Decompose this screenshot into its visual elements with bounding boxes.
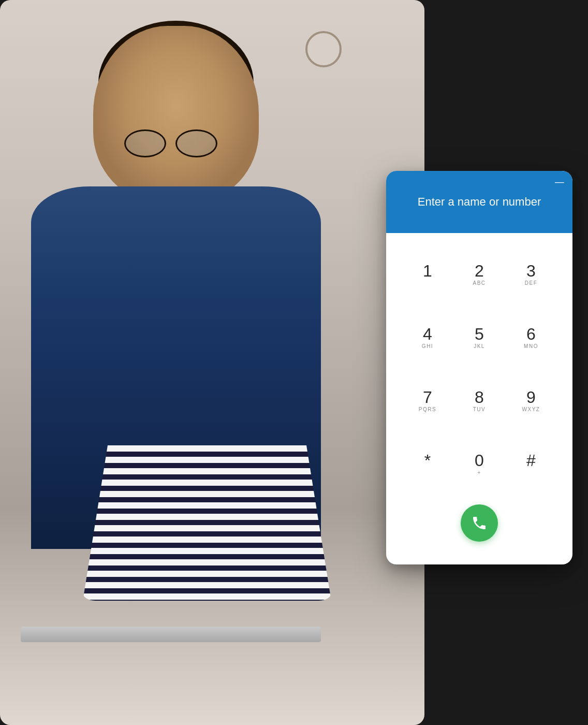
dial-key-0[interactable]: 0 + — [453, 433, 505, 496]
scene: — Enter a name or number 1 2 ABC 3 DEF — [0, 0, 588, 725]
dial-key-2[interactable]: 2 ABC — [453, 243, 505, 307]
call-button[interactable] — [461, 504, 498, 542]
laptop — [21, 627, 321, 642]
dial-key-8[interactable]: 8 TUV — [453, 370, 505, 433]
dial-key-9[interactable]: 9 WXYZ — [505, 370, 557, 433]
phone-icon — [471, 515, 488, 531]
dial-key-4[interactable]: 4 GHI — [402, 307, 453, 370]
dialpad-grid: 1 2 ABC 3 DEF 4 GHI 5 JKL — [402, 243, 557, 496]
dial-key-1[interactable]: 1 — [402, 243, 453, 307]
minimize-button[interactable]: — — [555, 177, 564, 186]
dialer-title: Enter a name or number — [407, 195, 551, 210]
background-photo — [0, 0, 424, 725]
dial-key-star[interactable]: * — [402, 433, 453, 496]
phone-dialer-widget: — Enter a name or number 1 2 ABC 3 DEF — [386, 171, 572, 564]
wall-clock — [305, 31, 342, 67]
person-glasses — [124, 129, 217, 155]
dial-key-3[interactable]: 3 DEF — [505, 243, 557, 307]
dialer-header: — Enter a name or number — [386, 171, 572, 233]
dialpad-container: 1 2 ABC 3 DEF 4 GHI 5 JKL — [386, 233, 572, 564]
person-body — [31, 186, 321, 549]
dial-key-6[interactable]: 6 MNO — [505, 307, 557, 370]
shirt — [83, 445, 331, 601]
dial-key-5[interactable]: 5 JKL — [453, 307, 505, 370]
dial-key-hash[interactable]: # — [505, 433, 557, 496]
dial-key-7[interactable]: 7 PQRS — [402, 370, 453, 433]
person-head — [93, 26, 259, 202]
call-section — [402, 496, 557, 554]
